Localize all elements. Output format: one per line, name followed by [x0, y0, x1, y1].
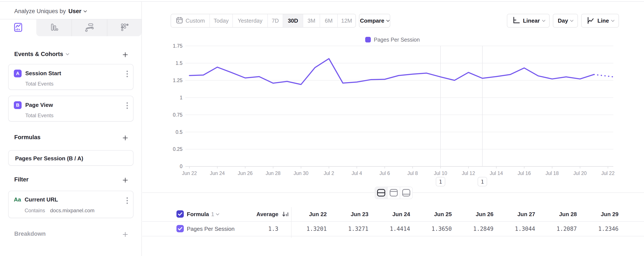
date-range-custom[interactable]: Custom — [171, 14, 210, 27]
table-column-header[interactable]: Jun 25 — [416, 207, 458, 221]
svg-text:Jul 10: Jul 10 — [434, 170, 447, 176]
row-checkbox[interactable] — [176, 225, 184, 232]
line-chart[interactable]: 00.250.50.7511.251.51.75Jun 22Jun 24Jun … — [142, 43, 644, 190]
add-filter-button[interactable] — [121, 176, 130, 184]
select-all-checkbox[interactable] — [176, 210, 184, 218]
filter-property-name[interactable]: Current URL — [24, 196, 58, 203]
breakdown-section-title: Breakdown — [14, 231, 46, 237]
legend-swatch — [365, 37, 371, 42]
formula-card[interactable]: Pages Per Session (B / A) — [8, 150, 134, 166]
svg-text:0.25: 0.25 — [173, 146, 182, 152]
svg-text:1: 1 — [180, 95, 182, 100]
date-range-3m[interactable]: 3M — [303, 14, 320, 27]
svg-text:Jun 24: Jun 24 — [210, 170, 225, 176]
chevron-down-icon — [570, 18, 574, 22]
svg-text:Jun 22: Jun 22 — [182, 170, 197, 176]
table-column-header[interactable]: Jun 24 — [375, 207, 416, 221]
chart-type-selector-button[interactable]: Line — [581, 14, 619, 28]
add-event-button[interactable] — [121, 50, 130, 59]
layout-table-only-button[interactable] — [400, 187, 412, 199]
table-date-headers: Jun 22Jun 23Jun 24Jun 25Jun 26Jun 27Jun … — [292, 207, 628, 221]
table-cell-value: 1.2346 — [583, 222, 625, 236]
legend-item-pages-per-session[interactable]: Pages Per Session — [365, 36, 420, 43]
svg-text:Jul 6: Jul 6 — [380, 170, 390, 176]
table-header-left: Formula 1 Average — [142, 207, 291, 221]
event-badge: B — [14, 101, 22, 109]
filter-operator[interactable]: Contains — [24, 208, 45, 214]
chevron-down-icon — [216, 212, 220, 215]
tab-retention[interactable] — [107, 19, 142, 36]
filter-section-header: Filter — [14, 176, 28, 183]
table-column-header[interactable]: Jun 22 — [292, 207, 333, 221]
annotation-badge[interactable]: 1 — [436, 177, 445, 186]
kebab-menu-icon[interactable] — [126, 70, 128, 79]
date-range-today[interactable]: Today — [210, 14, 232, 27]
filter-value[interactable]: docs.mixpanel.com — [50, 208, 94, 214]
kebab-menu-icon[interactable] — [126, 102, 128, 110]
interval-selector-button[interactable]: Day — [553, 14, 578, 28]
formulas-section-title: Formulas — [14, 134, 40, 141]
date-range-12m[interactable]: 12M — [337, 14, 356, 27]
calendar-icon — [176, 16, 183, 25]
check-icon — [176, 210, 184, 218]
table-cell-value: 1.4414 — [375, 222, 416, 236]
svg-text:1: 1 — [439, 179, 442, 185]
report-main-panel: Custom Today Yesterday 7D 30D 3M 6M 12M … — [142, 2, 644, 256]
events-section-header[interactable]: Events & Cohorts — [14, 51, 69, 58]
analyze-uniques-label: Analyze Uniques by — [14, 8, 66, 15]
table-cell-value: 1.3650 — [416, 222, 458, 236]
scale-selector-button[interactable]: Linear — [507, 14, 550, 28]
date-range-30d-selected[interactable]: 30D — [283, 14, 303, 27]
svg-text:1: 1 — [481, 179, 484, 185]
average-column-header[interactable]: Average — [220, 207, 278, 221]
svg-text:Jul 8: Jul 8 — [407, 170, 418, 176]
series-line-pages-per-session — [190, 59, 594, 85]
table-cell-value: 1.3271 — [333, 222, 375, 236]
table-cell-value: 1.3044 — [500, 222, 542, 236]
tab-funnels[interactable] — [36, 19, 72, 36]
event-name[interactable]: Page View — [25, 102, 53, 108]
table-column-header[interactable]: Jun 29 — [583, 207, 625, 221]
bar-chart-icon — [49, 22, 59, 33]
sort-icon[interactable] — [282, 211, 289, 219]
date-range-yesterday[interactable]: Yesterday — [232, 14, 267, 27]
tab-flows[interactable] — [72, 19, 107, 36]
event-card-session-start[interactable]: A Session Start Total Events — [8, 64, 134, 90]
split-view-icon — [377, 189, 386, 197]
table-column-header[interactable]: Jun 27 — [500, 207, 542, 221]
date-range-7d[interactable]: 7D — [267, 14, 283, 27]
event-name[interactable]: Session Start — [25, 70, 61, 77]
table-column-header[interactable]: Jun 26 — [458, 207, 500, 221]
svg-text:Jul 4: Jul 4 — [352, 170, 362, 176]
kebab-menu-icon[interactable] — [126, 197, 128, 205]
chevron-down-icon — [611, 18, 614, 22]
event-measurement[interactable]: Total Events — [25, 81, 54, 87]
add-formula-button[interactable] — [121, 133, 130, 142]
formula-expression[interactable]: Pages Per Session (B / A) — [15, 151, 83, 166]
add-breakdown-button[interactable] — [121, 230, 130, 239]
svg-text:Jul 12: Jul 12 — [462, 170, 475, 176]
event-card-page-view[interactable]: B Page View Total Events — [8, 96, 134, 122]
layout-toggle-group — [375, 187, 413, 199]
table-group-selector[interactable]: Formula 1 — [187, 207, 219, 221]
bottom-panel-icon — [402, 189, 410, 197]
retention-dots-icon — [120, 22, 130, 33]
date-range-6m[interactable]: 6M — [320, 14, 337, 27]
table-column-header[interactable]: Jun 28 — [542, 207, 583, 221]
svg-text:Jun 26: Jun 26 — [238, 170, 253, 176]
filter-card-current-url[interactable]: Aa Current URL Contains docs.mixpanel.co… — [8, 191, 134, 218]
tab-insights[interactable] — [0, 19, 36, 36]
insights-report-page: Analyze Uniques by User — [0, 0, 644, 256]
layout-chart-only-button[interactable] — [387, 187, 400, 199]
analyze-uniques-control[interactable]: Analyze Uniques by User — [14, 6, 86, 16]
table-column-header[interactable]: Jun 23 — [333, 207, 375, 221]
compare-button[interactable]: Compare — [359, 14, 390, 28]
counting-entity-value[interactable]: User — [68, 8, 82, 15]
annotation-badge[interactable]: 1 — [478, 177, 487, 186]
event-measurement[interactable]: Total Events — [25, 113, 54, 119]
layout-split-view-button[interactable] — [375, 187, 387, 199]
svg-text:Jul 16: Jul 16 — [518, 170, 531, 176]
table-cell-value: 1.2849 — [458, 222, 500, 236]
table-cell-value: 1.2087 — [542, 222, 583, 236]
check-icon — [176, 225, 184, 232]
